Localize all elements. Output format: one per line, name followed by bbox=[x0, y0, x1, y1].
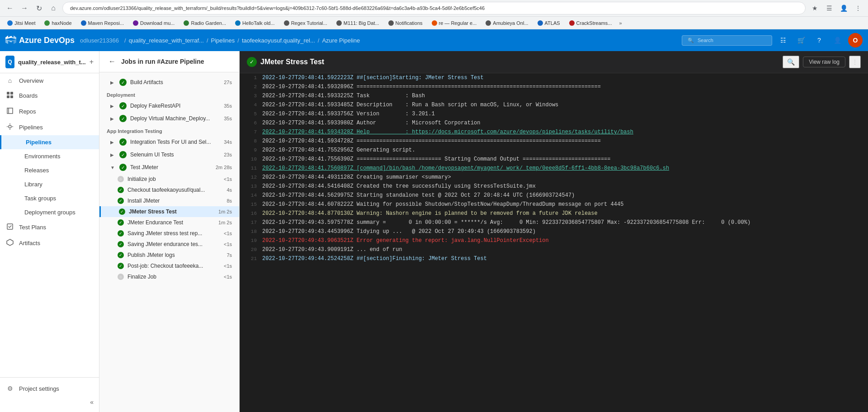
log-line-text: 2022-10-27T20:49:43.9009191Z ... end of … bbox=[262, 246, 402, 254]
sidebar-project[interactable]: Q quality_release_with_t... + bbox=[0, 51, 99, 73]
bookmark-item[interactable]: Download mu... bbox=[129, 19, 178, 27]
menu-icon[interactable]: ⋮ bbox=[852, 2, 864, 14]
back-icon[interactable]: ← bbox=[4, 2, 16, 14]
log-line-number: 16 bbox=[243, 209, 257, 218]
address-bar[interactable]: dev.azure.com/odluser213366/quality_rele… bbox=[62, 2, 806, 14]
job-item-test-jmeter[interactable]: ▼ ✓ Test JMeter 2m 28s bbox=[99, 161, 239, 174]
sub-job-status-icon: ✓ bbox=[118, 263, 124, 269]
bookmark-item[interactable]: Notifications bbox=[385, 19, 426, 27]
help-icon-btn[interactable]: ? bbox=[812, 33, 826, 47]
ado-logo-text: Azure DevOps bbox=[19, 36, 75, 45]
log-line-number: 11 bbox=[243, 164, 257, 172]
browser-actions[interactable]: ★ ☰ 👤 ⋮ bbox=[808, 2, 864, 14]
log-line-number: 12 bbox=[243, 173, 257, 181]
bookmarks-more[interactable]: » bbox=[619, 20, 622, 26]
sub-job-publish-logs[interactable]: ✓ Publish JMeter logs 7s bbox=[99, 250, 239, 260]
sub-job-finalize[interactable]: ○ Finalize Job <1s bbox=[99, 271, 239, 282]
bookmark-item[interactable]: M111: Big Dat... bbox=[333, 19, 383, 27]
log-content[interactable]: 12022-10-27T20:48:41.5922223Z ##[section… bbox=[240, 73, 868, 412]
search-box[interactable]: 🔍 Search bbox=[682, 35, 772, 46]
sidebar-item-pipelines[interactable]: Pipelines bbox=[0, 135, 99, 149]
user-avatar[interactable]: O bbox=[848, 33, 863, 47]
sidebar-item-artifacts[interactable]: Artifacts bbox=[0, 235, 99, 251]
bookmark-item[interactable]: ATLAS bbox=[534, 19, 564, 27]
bookmark-label: re — Regular e... bbox=[439, 20, 477, 26]
job-item-deploy-vm[interactable]: ▶ ✓ Deploy Virtual Machine_Deploy... 35s bbox=[99, 112, 239, 125]
sub-job-post-checkout[interactable]: ✓ Post-job: Checkout taofeeeka... <1s bbox=[99, 260, 239, 271]
sidebar-item-boards[interactable]: Boards bbox=[0, 88, 99, 104]
log-line-text: 2022-10-27T20:48:44.8770130Z Warning: Na… bbox=[262, 209, 598, 218]
sidebar-item-library[interactable]: Library bbox=[0, 177, 99, 191]
bookmark-item[interactable]: Amubieya Onl... bbox=[482, 19, 532, 27]
forward-icon[interactable]: → bbox=[18, 2, 31, 14]
job-item-selenium-tests[interactable]: ▶ ✓ Selenuim UI Tests 23s bbox=[99, 148, 239, 161]
jobs-panel-back-button[interactable]: ← bbox=[107, 57, 118, 66]
bookmark-item[interactable]: Regex Tutorial... bbox=[280, 19, 331, 27]
sidebar-item-label-artifacts: Artifacts bbox=[19, 240, 40, 246]
job-item-deploy-fakerest[interactable]: ▶ ✓ Deploy FakeRestAPI 35s bbox=[99, 99, 239, 112]
sidebar-item-deployment-groups[interactable]: Deployment groups bbox=[0, 205, 99, 219]
sidebar-item-environments[interactable]: Environments bbox=[0, 149, 99, 163]
job-name-deploy-vm: Deploy Virtual Machine_Deploy... bbox=[130, 115, 220, 122]
bookmark-dot bbox=[336, 20, 342, 26]
log-title: JMeter Stress Test bbox=[260, 58, 779, 66]
sidebar-item-overview[interactable]: ⌂ Overview bbox=[0, 73, 99, 88]
home-icon[interactable]: ⌂ bbox=[47, 2, 60, 14]
job-item-build-artifacts[interactable]: ▶ ✓ Build Artifacts 27s bbox=[99, 76, 239, 89]
log-line-text: 2022-10-27T20:48:41.5933225Z Task : Bash bbox=[262, 92, 425, 100]
bookmark-item[interactable]: Radio Garden... bbox=[180, 19, 230, 27]
log-line-text: 2022-10-27T20:48:44.5416408Z Created the… bbox=[262, 182, 536, 190]
bookmark-item[interactable]: re — Regular e... bbox=[428, 19, 481, 27]
sidebar-item-test-plans[interactable]: Test Plans bbox=[0, 219, 99, 235]
sidebar-item-pipelines-group[interactable]: Pipelines bbox=[0, 119, 99, 135]
star-icon[interactable]: ★ bbox=[808, 2, 821, 14]
sidebar-item-repos[interactable]: Repos bbox=[0, 104, 99, 119]
log-more-button[interactable]: ⋮ bbox=[849, 56, 861, 68]
svg-rect-3 bbox=[10, 95, 13, 98]
breadcrumb-project[interactable]: quality_release_with_terraf... bbox=[129, 37, 204, 44]
sidebar-collapse-button[interactable]: « bbox=[0, 396, 99, 408]
sidebar-add-button[interactable]: + bbox=[90, 58, 94, 66]
log-view-raw-button[interactable]: View raw log bbox=[803, 57, 845, 67]
user-settings-icon-btn[interactable]: 👤 bbox=[830, 33, 844, 47]
bookmark-item[interactable]: HelloTalk old... bbox=[231, 19, 278, 27]
sidebar-item-label-overview: Overview bbox=[19, 77, 43, 84]
cart-icon-btn[interactable]: 🛒 bbox=[794, 33, 808, 47]
expand-arrow-icon: ▶ bbox=[110, 80, 116, 85]
bookmark-item[interactable]: Maven Reposi... bbox=[77, 19, 127, 27]
grid-icon-btn[interactable]: ☷ bbox=[776, 33, 790, 47]
sidebar-project-settings[interactable]: ⚙ Project settings bbox=[0, 381, 99, 396]
sub-job-install-jmeter[interactable]: ✓ Install JMeter 8s bbox=[99, 195, 239, 206]
sidebar-item-task-groups[interactable]: Task groups bbox=[0, 191, 99, 205]
breadcrumb-pipelines[interactable]: Pipelines bbox=[211, 37, 235, 44]
log-line-number: 2 bbox=[243, 83, 257, 91]
ado-logo[interactable]: Azure DevOps bbox=[5, 35, 75, 46]
sub-job-jmeter-stress[interactable]: ✓ JMeter Stress Test 1m 2s bbox=[99, 206, 239, 217]
sub-job-jmeter-endurance[interactable]: ✓ JMeter Endurance Test 1m 2s bbox=[99, 217, 239, 228]
sidebar-settings-label: Project settings bbox=[19, 385, 59, 392]
sub-job-checkout[interactable]: ✓ Checkout taofeekaoyusuf/qual... 4s bbox=[99, 185, 239, 195]
bookmark-item[interactable]: Jitsi Meet bbox=[4, 19, 39, 27]
log-line-text[interactable]: 2022-10-27T20:48:41.7560897Z [command]/b… bbox=[262, 164, 669, 172]
browser-nav-icons[interactable]: ← → ↻ ⌂ bbox=[4, 2, 60, 14]
extensions-icon[interactable]: ☰ bbox=[823, 2, 835, 14]
job-item-integration-tests[interactable]: ▶ ✓ Integration Tests For UI and Sel... … bbox=[99, 136, 239, 148]
breadcrumb-pipeline-name[interactable]: taofeekaoyusuf.quality_rel... bbox=[242, 37, 315, 44]
app-integration-section-label: App Integration Testing bbox=[99, 125, 239, 136]
bookmark-item[interactable]: CrackStreams... bbox=[566, 19, 616, 27]
browser-bar: ← → ↻ ⌂ dev.azure.com/odluser213366/qual… bbox=[0, 0, 868, 17]
sidebar-item-releases[interactable]: Releases bbox=[0, 163, 99, 177]
log-line-text[interactable]: 2022-10-27T20:48:41.5934328Z Help : http… bbox=[262, 128, 633, 136]
sub-job-initialize[interactable]: ○ Initialize job <1s bbox=[99, 174, 239, 185]
log-search-button[interactable]: 🔍 bbox=[783, 56, 799, 68]
sub-job-saving-stress[interactable]: ✓ Saving JMeter stress test rep... <1s bbox=[99, 228, 239, 239]
profile-icon[interactable]: 👤 bbox=[837, 2, 850, 14]
sidebar-item-label-library: Library bbox=[24, 181, 42, 188]
sub-job-saving-endurance[interactable]: ✓ Saving JMeter endurance tes... <1s bbox=[99, 239, 239, 250]
svg-rect-0 bbox=[7, 92, 9, 95]
breadcrumb-azure-pipeline[interactable]: Azure Pipeline bbox=[322, 37, 360, 44]
bookmark-item[interactable]: haxNode bbox=[41, 19, 75, 27]
refresh-icon[interactable]: ↻ bbox=[33, 2, 45, 14]
ado-org[interactable]: odluser213366 bbox=[80, 37, 119, 44]
bookmark-dot bbox=[284, 20, 289, 26]
